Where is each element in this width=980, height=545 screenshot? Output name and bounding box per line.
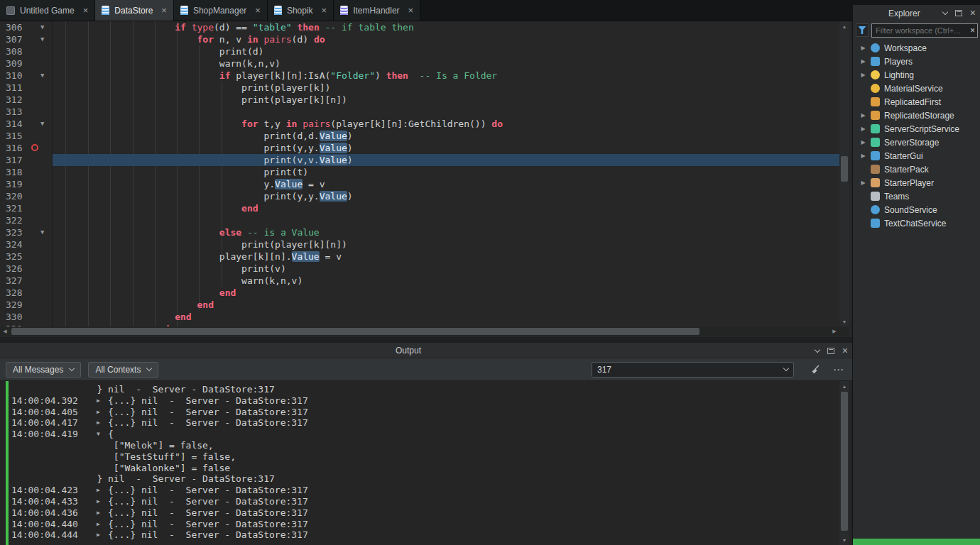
expand-arrow-icon[interactable]: ▶ [860,139,866,145]
clear-filter-icon[interactable]: × [970,26,975,35]
code-line-325[interactable]: player[k][n].Value = v [53,251,839,263]
code-line-317[interactable]: print(v,v.Value) [53,154,839,166]
code-line-326[interactable]: print(v) [53,263,839,275]
expand-arrow-icon[interactable]: ▶ [860,153,866,159]
close-tab-icon[interactable]: × [255,6,261,15]
explorer-filter-input[interactable] [871,23,978,38]
explorer-item-startergui[interactable]: ▶StarterGui [853,149,980,163]
expand-arrow-icon[interactable]: ▶ [97,496,108,507]
fold-arrow-icon[interactable]: ▼ [40,33,44,45]
tab-untitled-game[interactable]: Untitled Game× [0,0,95,21]
code-line-327[interactable]: warn(k,n,v) [53,275,839,287]
line-number-312[interactable]: 312 [0,94,52,106]
line-number-322[interactable]: 322 [0,214,52,226]
line-number-308[interactable]: 308 [0,45,52,57]
breakpoint-marker[interactable] [31,144,38,151]
log-line[interactable]: 14:00:04.440▶{...} nil - Server - DataSt… [0,519,839,530]
expand-arrow-icon[interactable]: ▶ [97,417,108,429]
explorer-item-starterpack[interactable]: StarterPack [853,163,980,176]
code-line-319[interactable]: y.Value = v [53,178,839,190]
line-number-321[interactable]: 321 [0,202,52,214]
code-line-321[interactable]: end [53,202,839,214]
tab-itemhandler[interactable]: ItemHandler× [334,0,420,21]
code-editor[interactable]: 306▼307▼308309310▼311312313314▼315316317… [0,21,852,337]
explorer-item-soundservice[interactable]: SoundService [853,203,980,216]
expand-arrow-icon[interactable]: ▶ [97,407,108,418]
output-more-options-button[interactable]: ⋯ [831,362,846,378]
fold-arrow-icon[interactable]: ▼ [40,21,44,33]
output-search-combobox[interactable] [592,362,794,378]
line-number-324[interactable]: 324 [0,238,52,251]
line-number-316[interactable]: 316 [0,142,52,154]
expand-arrow-icon[interactable]: ▶ [97,519,108,530]
log-line[interactable]: 14:00:04.436▶{...} nil - Server - DataSt… [0,507,839,519]
close-panel-icon[interactable]: × [842,346,848,356]
log-line[interactable]: 14:00:04.419▼{ [0,429,839,440]
line-number-gutter[interactable]: 306▼307▼308309310▼311312313314▼315316317… [0,21,53,326]
line-number-319[interactable]: 319 [0,178,52,190]
line-number-323[interactable]: 323▼ [0,226,52,238]
code-line-306[interactable]: if type(d) == "table" then -- if table t… [53,21,839,33]
code-line-330[interactable]: end [53,311,839,323]
line-number-309[interactable]: 309 [0,57,52,70]
tab-datastore[interactable]: DataStore× [95,0,174,21]
fold-arrow-icon[interactable]: ▼ [40,118,44,130]
close-tab-icon[interactable]: × [322,6,327,15]
explorer-item-players[interactable]: ▶Players [853,55,980,68]
code-line-307[interactable]: for n, v in pairs(d) do [53,33,839,45]
expand-arrow-icon[interactable]: ▶ [860,112,866,119]
line-number-314[interactable]: 314▼ [0,118,52,130]
code-line-329[interactable]: end [53,299,839,311]
fold-arrow-icon[interactable]: ▼ [40,226,44,238]
line-number-317[interactable]: 317 [0,154,52,166]
explorer-header[interactable]: Explorer × [853,5,980,21]
line-number-330[interactable]: 330 [0,311,52,323]
line-number-318[interactable]: 318 [0,166,52,178]
scroll-down-icon[interactable]: ▼ [839,535,849,545]
context-filter-dropdown[interactable]: All Contexts [88,362,158,378]
code-line-328[interactable]: end [53,287,839,299]
code-line-308[interactable]: print(d) [53,45,839,57]
line-number-326[interactable]: 326 [0,263,52,275]
line-number-315[interactable]: 315 [0,130,52,142]
code-line-314[interactable]: for t,y in pairs(player[k][n]:GetChildre… [53,118,839,130]
explorer-item-lighting[interactable]: ▶Lighting [853,68,980,82]
code-line-315[interactable]: print(d,d.Value) [53,130,839,142]
vertical-scrollbar-thumb[interactable] [841,392,848,531]
tab-shopik[interactable]: Shopik× [268,0,334,21]
chevron-down-icon[interactable] [783,365,789,371]
output-header[interactable]: Output × [0,343,852,358]
scroll-left-icon[interactable]: ◀ [0,326,10,336]
code-line-324[interactable]: print(player[k][n]) [53,238,839,251]
expand-arrow-icon[interactable]: ▼ [97,429,108,440]
code-line-312[interactable]: print(player[k][n]) [53,94,839,106]
explorer-item-serverstorage[interactable]: ▶ServerStorage [853,136,980,149]
log-line[interactable]: 14:00:04.444▶{...} nil - Server - DataSt… [0,529,839,541]
explorer-item-replicatedfirst[interactable]: ReplicatedFirst [853,95,980,109]
close-tab-icon[interactable]: × [408,6,414,15]
scroll-up-icon[interactable]: ▲ [839,21,849,31]
log-line[interactable]: 14:00:04.433▶{...} nil - Server - DataSt… [0,496,839,507]
explorer-item-serverscriptservice[interactable]: ▶ServerScriptService [853,122,980,136]
output-search-input[interactable] [597,365,780,375]
expand-arrow-icon[interactable]: ▶ [860,180,866,186]
float-panel-icon[interactable] [955,10,962,16]
code-line-320[interactable]: print(y,y.Value) [53,190,839,202]
expand-arrow-icon[interactable]: ▶ [860,72,866,78]
code-line-323[interactable]: else -- is a Value [53,226,839,238]
editor-vertical-scrollbar[interactable]: ▲ ▼ [839,21,849,326]
explorer-item-teams[interactable]: Teams [853,189,980,203]
collapse-panel-icon[interactable] [942,9,948,14]
vertical-scrollbar-thumb[interactable] [841,156,848,182]
log-line[interactable]: 14:00:04.405▶{...} nil - Server - DataSt… [0,407,839,418]
line-number-325[interactable]: 325 [0,251,52,263]
fold-arrow-icon[interactable]: ▼ [40,70,44,82]
clear-output-button[interactable] [808,362,824,378]
line-number-310[interactable]: 310▼ [0,70,52,82]
code-line-316[interactable]: print(y,y.Value) [53,142,839,154]
collapse-panel-icon[interactable] [815,346,820,352]
close-tab-icon[interactable]: × [83,6,89,15]
explorer-item-starterplayer[interactable]: ▶StarterPlayer [853,176,980,189]
scroll-down-icon[interactable]: ▼ [839,316,849,326]
line-number-307[interactable]: 307▼ [0,33,52,45]
